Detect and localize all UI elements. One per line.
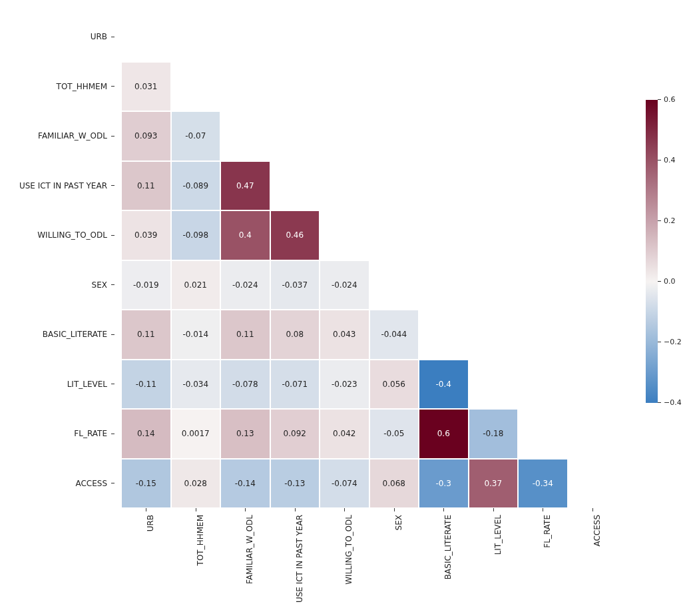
- x-tick-mark: [394, 508, 395, 511]
- colorbar-tick: −0.4: [658, 398, 682, 407]
- y-tick-label: FAMILIAR_W_ODL: [0, 111, 121, 161]
- y-tick-text: USE ICT IN PAST YEAR: [19, 181, 107, 190]
- colorbar-tick-label: −0.2: [664, 338, 682, 346]
- heatmap-cell: [518, 62, 568, 112]
- heatmap-cell: [568, 360, 618, 410]
- heatmap-cell: [568, 111, 618, 161]
- cell-value: 0.056: [383, 380, 405, 389]
- x-tick-label: SEX: [369, 508, 419, 615]
- x-tick-label: USE ICT IN PAST YEAR: [270, 508, 320, 615]
- heatmap-cell: [171, 62, 221, 112]
- y-tick-mark: [111, 384, 115, 384]
- colorbar-tick-mark: [658, 160, 661, 160]
- colorbar-tick-mark: [658, 281, 661, 282]
- heatmap-cell: -0.11: [121, 360, 171, 410]
- heatmap-cell: 0.13: [220, 409, 270, 459]
- cell-value: 0.021: [184, 280, 207, 290]
- heatmap-cell: [320, 12, 369, 62]
- colorbar-tick-label: 0.6: [664, 95, 676, 104]
- y-tick-mark: [111, 185, 115, 186]
- x-tick-label: LIT_LEVEL: [469, 508, 519, 615]
- heatmap-cell: [518, 409, 568, 459]
- cell-value: -0.07: [185, 131, 206, 141]
- heatmap-cell: 0.031: [121, 62, 171, 112]
- x-tick-mark: [443, 508, 444, 511]
- heatmap-cell: [220, 12, 270, 62]
- y-tick-text: LIT_LEVEL: [67, 380, 107, 389]
- cell-value: -0.023: [332, 380, 357, 389]
- heatmap-cell: [469, 161, 519, 211]
- cell-value: 0.11: [137, 330, 155, 339]
- heatmap-cell: -0.071: [270, 360, 320, 410]
- cell-value: 0.37: [484, 479, 502, 488]
- x-tick-mark: [493, 508, 494, 511]
- colorbar-tick-label: −0.4: [664, 398, 682, 407]
- y-tick-text: ACCESS: [75, 479, 107, 488]
- heatmap-cell: -0.023: [320, 360, 369, 410]
- x-tick-mark: [146, 508, 146, 511]
- x-tick-text: TOT_HHMEM: [196, 515, 205, 565]
- colorbar-tick: 0.2: [658, 216, 676, 225]
- x-tick-label: BASIC_LITERATE: [419, 508, 469, 615]
- y-tick-text: URB: [91, 32, 107, 41]
- heatmap-cell: 0.043: [320, 310, 369, 360]
- heatmap-cell: -0.18: [469, 409, 519, 459]
- colorbar-gradient: [646, 100, 658, 403]
- heatmap-cell: [320, 161, 369, 211]
- cell-value: -0.4: [436, 380, 451, 389]
- colorbar-tick-mark: [658, 99, 661, 100]
- heatmap-cell: -0.3: [419, 459, 469, 509]
- heatmap-cell: 0.37: [469, 459, 519, 509]
- heatmap-cell: 0.11: [220, 310, 270, 360]
- cell-value: 0.08: [286, 330, 304, 339]
- y-tick-text: FAMILIAR_W_ODL: [38, 131, 107, 141]
- cell-value: -0.05: [383, 429, 404, 438]
- x-tick-mark: [196, 508, 196, 511]
- heatmap-cell: 0.068: [369, 459, 419, 509]
- heatmap-cell: [369, 161, 419, 211]
- x-tick-text: URB: [146, 515, 155, 531]
- x-tick-text: FL_RATE: [543, 515, 552, 548]
- heatmap-cell: [469, 111, 519, 161]
- colorbar-tick: 0.0: [658, 277, 676, 286]
- y-tick-label: URB: [0, 12, 121, 62]
- heatmap-cell: [568, 310, 618, 360]
- y-tick-text: SEX: [92, 280, 107, 290]
- heatmap-cell: -0.14: [220, 459, 270, 509]
- colorbar-tick-mark: [658, 220, 661, 221]
- heatmap-cell: [270, 161, 320, 211]
- colorbar-tick-mark: [658, 342, 661, 342]
- heatmap-cell: 0.11: [121, 310, 171, 360]
- x-tick-mark: [245, 508, 246, 511]
- heatmap-cell: [270, 111, 320, 161]
- cell-value: 0.093: [134, 131, 157, 141]
- heatmap-cell: [518, 12, 568, 62]
- cell-value: 0.14: [137, 429, 155, 438]
- heatmap-cell: 0.4: [220, 210, 270, 260]
- y-tick-mark: [111, 86, 115, 87]
- y-tick-text: FL_RATE: [74, 429, 107, 438]
- heatmap-cell: [518, 210, 568, 260]
- heatmap-cell: [568, 210, 618, 260]
- heatmap-cell: [469, 360, 519, 410]
- cell-value: -0.34: [533, 479, 553, 488]
- cell-value: 0.0017: [182, 429, 210, 438]
- heatmap-cell: -0.05: [369, 409, 419, 459]
- cell-value: -0.019: [133, 280, 159, 290]
- heatmap-cell: -0.037: [270, 260, 320, 310]
- heatmap-cell: [419, 161, 469, 211]
- heatmap-cell: 0.14: [121, 409, 171, 459]
- cell-value: -0.037: [282, 280, 308, 290]
- heatmap-cell: [220, 62, 270, 112]
- heatmap-cell: -0.15: [121, 459, 171, 509]
- x-tick-label: FAMILIAR_W_ODL: [220, 508, 270, 615]
- heatmap-cell: [419, 210, 469, 260]
- x-tick-text: LIT_LEVEL: [493, 515, 503, 555]
- heatmap-cell: [518, 310, 568, 360]
- heatmap-cell: -0.019: [121, 260, 171, 310]
- y-tick-text: TOT_HHMEM: [57, 82, 107, 91]
- cell-value: -0.014: [182, 330, 208, 339]
- x-tick-mark: [592, 508, 593, 511]
- y-tick-label: SEX: [0, 260, 121, 310]
- colorbar-ticks: −0.4−0.20.00.20.40.6: [658, 100, 691, 403]
